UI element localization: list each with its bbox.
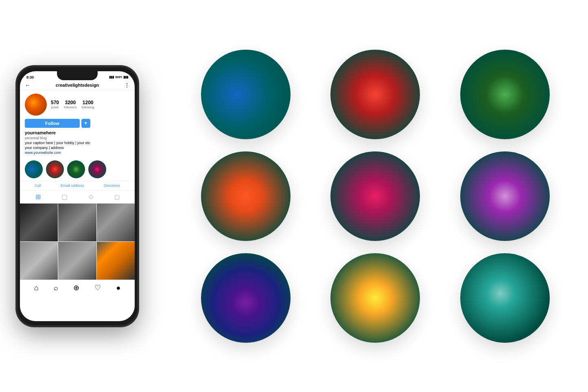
following-stat: 1200 following <box>82 100 94 109</box>
followers-stat: 3200 followers <box>64 100 77 109</box>
story-circle-1[interactable] <box>25 160 43 178</box>
circle-indigo <box>201 253 291 343</box>
nav-bar: ← creativelightsdesign ⋮ <box>20 80 135 90</box>
email-link[interactable]: Email Address <box>61 184 84 188</box>
display-name: yournamehere <box>25 130 130 135</box>
circle-purple <box>460 151 550 241</box>
bio-caption: your caption here | your hobby | your et… <box>25 141 130 145</box>
signal-icon: ▮▮▮ <box>109 75 114 79</box>
following-count: 1200 <box>83 100 94 105</box>
photo-cell-2[interactable] <box>58 204 96 241</box>
bio-type: personal blog <box>25 136 130 140</box>
phone-notch <box>57 71 98 80</box>
stories-row <box>20 158 135 181</box>
story-circle-3[interactable] <box>67 160 85 178</box>
list-tab-icon[interactable]: ▢ <box>61 193 68 201</box>
photo-cell-6[interactable] <box>97 242 135 280</box>
story-circle-4[interactable] <box>88 160 106 178</box>
followers-count: 3200 <box>65 100 76 105</box>
profile-username: creativelightsdesign <box>56 83 99 88</box>
call-link[interactable]: Call <box>35 184 41 188</box>
photo-cell-5[interactable] <box>58 242 96 280</box>
bottom-nav: ⌂ ⌕ ⊕ ♡ ● <box>20 280 135 296</box>
grid-tab-icon[interactable]: ⊞ <box>35 193 41 201</box>
posts-stat: 570 posts <box>51 100 59 109</box>
circle-blue <box>201 50 291 139</box>
phone-mockup: 8:30 ▮▮▮ WiFi ▮▮▮ ← creativelightsdesign… <box>16 66 146 326</box>
bio-company: your company | address <box>25 146 130 150</box>
tag-tab-icon[interactable]: ✩ <box>88 193 94 201</box>
more-options-button[interactable]: ⋮ <box>124 82 130 88</box>
bio-link[interactable]: www.yourwebsite.com <box>25 151 130 155</box>
circle-pink <box>330 151 420 241</box>
posts-count: 570 <box>51 100 59 105</box>
circle-yellow <box>330 253 420 343</box>
phone-screen: 8:30 ▮▮▮ WiFi ▮▮▮ ← creativelightsdesign… <box>20 71 135 321</box>
following-label: following <box>82 105 94 109</box>
story-circle-2[interactable] <box>46 160 64 178</box>
wifi-icon: WiFi <box>115 75 122 79</box>
circle-red <box>330 50 420 139</box>
action-links: Call Email Address Directions <box>20 181 135 191</box>
phone-body: 8:30 ▮▮▮ WiFi ▮▮▮ ← creativelightsdesign… <box>16 66 138 326</box>
page-container: 8:30 ▮▮▮ WiFi ▮▮▮ ← creativelightsdesign… <box>0 0 588 392</box>
status-time: 8:30 <box>26 75 34 79</box>
photo-grid <box>20 204 135 280</box>
person-tab-icon[interactable]: ◻ <box>114 193 120 201</box>
home-nav-icon[interactable]: ⌂ <box>34 284 39 292</box>
follow-dropdown-button[interactable]: ▼ <box>81 119 90 128</box>
avatar <box>25 94 47 116</box>
follow-button[interactable]: Follow <box>25 119 80 128</box>
photo-cell-3[interactable] <box>97 204 135 241</box>
stats-container: 570 posts 3200 followers 1200 following <box>51 100 130 109</box>
posts-label: posts <box>51 105 59 109</box>
circle-green <box>460 50 550 139</box>
add-nav-icon[interactable]: ⊕ <box>73 283 79 292</box>
photo-cell-1[interactable] <box>20 204 58 241</box>
heart-nav-icon[interactable]: ♡ <box>94 283 101 292</box>
status-icons: ▮▮▮ WiFi ▮▮▮ <box>109 75 128 79</box>
follow-row: Follow ▼ <box>25 119 130 128</box>
circle-orange <box>201 151 291 241</box>
profile-section: 570 posts 3200 followers 1200 following <box>20 90 135 158</box>
photo-cell-4[interactable] <box>20 242 58 280</box>
followers-label: followers <box>64 105 77 109</box>
search-nav-icon[interactable]: ⌕ <box>54 284 58 292</box>
battery-icon: ▮▮▮ <box>123 75 128 79</box>
circles-grid <box>179 42 572 351</box>
back-button[interactable]: ← <box>25 82 31 88</box>
profile-header: 570 posts 3200 followers 1200 following <box>25 94 130 116</box>
tab-bar: ⊞ ▢ ✩ ◻ <box>20 191 135 204</box>
profile-nav-icon[interactable]: ● <box>116 284 121 292</box>
directions-link[interactable]: Directions <box>104 184 120 188</box>
circle-mint <box>460 253 550 343</box>
avatar-image <box>25 94 47 116</box>
